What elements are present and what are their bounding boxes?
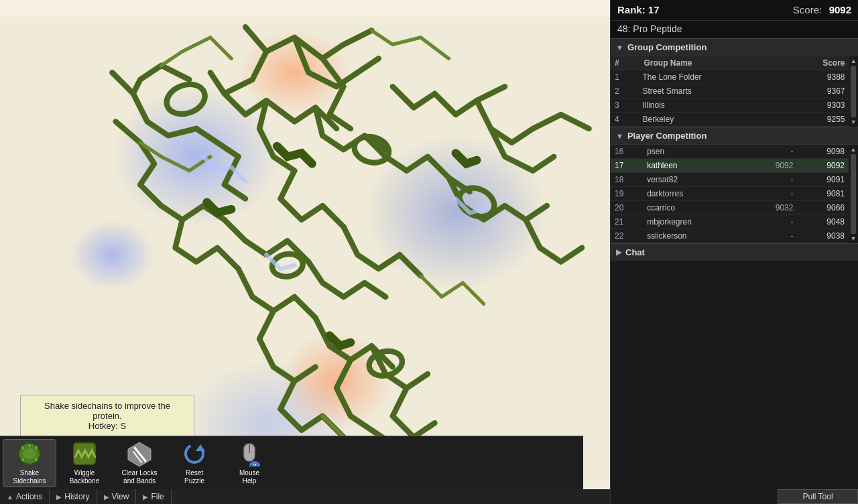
- svg-point-6: [70, 220, 155, 290]
- player-group-score: 9092: [746, 159, 798, 173]
- file-menu[interactable]: ▶ File: [136, 489, 171, 504]
- player-name: versat82: [644, 173, 746, 187]
- player-name: kathleen: [644, 159, 746, 173]
- player-group-score: -: [746, 145, 798, 159]
- reset-label: ResetPuzzle: [184, 469, 204, 485]
- shake-label: ShakeSidechains: [13, 469, 46, 485]
- actions-arrow: ▲: [7, 493, 13, 501]
- history-arrow: ▶: [56, 493, 62, 501]
- group-name: Illinois: [640, 99, 783, 113]
- player-group-score: 9032: [746, 201, 798, 215]
- chat-arrow: ▶: [616, 248, 621, 257]
- player-table-row: 19 darktorres - 9081: [611, 187, 849, 201]
- group-score: 9388: [783, 70, 849, 84]
- clear-locks-button[interactable]: Clear Locksand Bands: [113, 439, 166, 487]
- name-col-header: Group Name: [640, 56, 783, 70]
- tooltip: Shake sidechains to improve the protein.…: [20, 395, 194, 437]
- mouse-help-button[interactable]: ? MouseHelp: [223, 439, 276, 487]
- history-menu[interactable]: ▶ History: [50, 489, 97, 504]
- score-display: Score: 9092: [793, 4, 851, 16]
- score-label: Score:: [793, 4, 822, 15]
- file-label: File: [151, 492, 164, 501]
- player-score: 9081: [797, 187, 849, 201]
- group-name: Street Smarts: [640, 84, 783, 99]
- pull-tool-button[interactable]: Pull Tool: [778, 489, 858, 504]
- group-scroll-up[interactable]: ▲: [851, 58, 857, 64]
- player-rank: 16: [611, 145, 644, 159]
- wiggle-label: WiggleBackbone: [70, 469, 99, 485]
- group-scroll-down[interactable]: ▼: [851, 119, 857, 125]
- player-competition-title: Player Competition: [627, 131, 707, 141]
- group-name: The Lone Folder: [640, 70, 783, 84]
- rank-label: Rank: 17: [617, 4, 660, 16]
- player-rank: 18: [611, 173, 644, 187]
- player-rank: 22: [611, 229, 644, 243]
- group-table-row: 1 The Lone Folder 9388: [611, 70, 849, 84]
- player-table-row: 17 kathleen 9092 9092: [611, 159, 849, 173]
- player-competition-arrow: ▼: [616, 132, 623, 140]
- shake-sidechains-button[interactable]: ShakeSidechains: [3, 439, 56, 487]
- player-table-row: 20 ccarrico 9032 9066: [611, 201, 849, 215]
- score-col-header: Score: [783, 56, 849, 70]
- player-name: darktorres: [644, 187, 746, 201]
- player-name: ccarrico: [644, 201, 746, 215]
- player-score: 9098: [797, 145, 849, 159]
- group-competition-arrow: ▼: [616, 44, 623, 52]
- group-competition-title: Group Competition: [627, 42, 707, 52]
- player-name: sslickerson: [644, 229, 746, 243]
- player-group-score: -: [746, 229, 798, 243]
- score-value: 9092: [829, 4, 851, 15]
- chat-header[interactable]: ▶ Chat: [611, 243, 858, 261]
- group-rank: 2: [611, 84, 640, 99]
- group-score: 9367: [783, 84, 849, 99]
- group-competition-header[interactable]: ▼ Group Competition: [611, 38, 858, 56]
- player-score: 9066: [797, 201, 849, 215]
- player-group-score: -: [746, 173, 798, 187]
- player-scroll-up[interactable]: ▲: [851, 146, 857, 153]
- menubar: ▲ Actions ▶ History ▶ View ▶ File: [0, 489, 610, 504]
- player-competition-table-container: 16 psen - 9098 17 kathleen 9092 9092 18 …: [611, 145, 858, 243]
- player-score: 9038: [797, 229, 849, 243]
- group-name: Berkeley: [640, 113, 783, 127]
- player-name: psen: [644, 145, 746, 159]
- protein-viewport: Shake sidechains to improve the protein.…: [0, 0, 610, 504]
- actions-label: Actions: [16, 492, 42, 501]
- player-rank: 19: [611, 187, 644, 201]
- actions-menu[interactable]: ▲ Actions: [0, 489, 50, 504]
- rank-col-header: #: [611, 56, 640, 70]
- player-table-row: 21 mbjorkegren - 9048: [611, 215, 849, 229]
- wiggle-icon: [71, 441, 98, 466]
- player-scroll-down[interactable]: ▼: [851, 235, 857, 242]
- player-competition-header[interactable]: ▼ Player Competition: [611, 127, 858, 145]
- player-rank: 21: [611, 215, 644, 229]
- svg-text:?: ?: [253, 462, 257, 466]
- player-score: 9048: [797, 215, 849, 229]
- player-scroll-thumb: [851, 154, 856, 234]
- player-table-row: 16 psen - 9098: [611, 145, 849, 159]
- player-scrollbar[interactable]: ▲ ▼: [849, 145, 858, 243]
- wiggle-backbone-button[interactable]: WiggleBackbone: [58, 439, 111, 487]
- history-label: History: [64, 492, 89, 501]
- player-group-score: -: [746, 187, 798, 201]
- view-menu[interactable]: ▶ View: [97, 489, 137, 504]
- group-table-row: 3 Illinois 9303: [611, 99, 849, 113]
- mouse-icon: ?: [236, 441, 263, 466]
- group-rank: 4: [611, 113, 640, 127]
- reset-puzzle-button[interactable]: ResetPuzzle: [168, 439, 221, 487]
- player-rank: 20: [611, 201, 644, 215]
- reset-icon: [181, 441, 208, 466]
- group-scrollbar[interactable]: ▲ ▼: [849, 56, 858, 127]
- player-competition-table: 16 psen - 9098 17 kathleen 9092 9092 18 …: [611, 145, 849, 243]
- player-group-score: -: [746, 215, 798, 229]
- shake-icon: [16, 441, 43, 466]
- view-label: View: [112, 492, 129, 501]
- group-score: 9303: [783, 99, 849, 113]
- right-panel: Rank: 17 Score: 9092 48: Pro Peptide ▼ G…: [610, 0, 858, 504]
- tooltip-line1: Shake sidechains to improve the protein.: [29, 401, 186, 421]
- group-competition-table: # Group Name Score 1 The Lone Folder 938…: [611, 56, 849, 127]
- player-score: 9092: [797, 159, 849, 173]
- group-rank: 3: [611, 99, 640, 113]
- file-arrow: ▶: [143, 493, 148, 501]
- player-rank: 17: [611, 159, 644, 173]
- player-score: 9091: [797, 173, 849, 187]
